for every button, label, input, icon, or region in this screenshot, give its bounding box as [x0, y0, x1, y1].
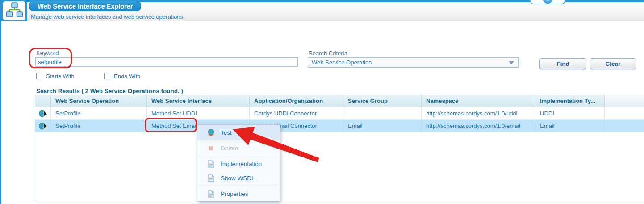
- keyword-label: Keyword: [36, 50, 59, 56]
- document-icon: [206, 189, 215, 198]
- document-icon: [206, 159, 215, 168]
- clear-button[interactable]: Clear: [590, 58, 636, 69]
- starts-with-checkbox[interactable]: [36, 73, 42, 79]
- column-header-namespace[interactable]: Namespace: [422, 95, 535, 107]
- column-header-interface[interactable]: Web Service Interface: [147, 95, 250, 107]
- document-icon: [206, 174, 215, 183]
- menu-separator: [199, 140, 278, 140]
- menu-item-delete: ✖ Delete: [197, 141, 280, 155]
- menu-item-show-wsdl[interactable]: Show WSDL: [197, 171, 280, 185]
- ends-with-label: Ends With: [114, 73, 140, 80]
- menu-item-label: Properties: [221, 191, 248, 197]
- column-header-implementation[interactable]: Implementation Ty...: [535, 95, 605, 107]
- table-header-row: Web Service Operation Web Service Interf…: [35, 95, 644, 107]
- search-criteria-value: Web Service Operation: [312, 59, 372, 66]
- icon-column-header: [35, 95, 51, 107]
- header-collapse-tab[interactable]: ▼: [530, 0, 565, 4]
- menu-item-label: Delete: [221, 145, 238, 152]
- column-header-filler: [605, 95, 644, 107]
- column-header-operation[interactable]: Web Service Operation: [51, 95, 147, 107]
- page-title: Web Service Interface Explorer: [29, 1, 141, 11]
- cell-service-group: [343, 107, 422, 120]
- cell-operation: SetProfile: [51, 107, 147, 120]
- app-icon-panel: [3, 1, 25, 20]
- table-row-selected[interactable]: SetProfile Method Set Email Cordys Email…: [35, 120, 644, 132]
- find-button[interactable]: Find: [539, 58, 586, 69]
- menu-item-label: Test: [221, 129, 232, 136]
- menu-item-label: Implementation: [221, 161, 262, 167]
- column-header-service-group[interactable]: Service Group: [343, 95, 422, 107]
- page-subtitle: Manage web service interfaces and web se…: [31, 13, 183, 20]
- menu-separator: [199, 156, 278, 156]
- starts-with-label: Starts With: [46, 73, 75, 80]
- cell-interface: Method Set UDDI: [147, 107, 250, 120]
- ends-with-checkbox[interactable]: [104, 73, 110, 79]
- cell-operation: SetProfile: [51, 120, 147, 132]
- web-service-operation-icon: [35, 120, 51, 132]
- cell-namespace: http://schemas.cordys.com/1.0/email: [422, 120, 535, 132]
- results-table: Web Service Operation Web Service Interf…: [35, 95, 644, 201]
- app-icon-block: [1, 0, 27, 21]
- search-criteria-label: Search Criteria: [309, 50, 347, 57]
- menu-separator: [199, 186, 278, 186]
- menu-item-test[interactable]: Test: [197, 125, 280, 140]
- cell-service-group: Email: [343, 120, 422, 132]
- chevron-down-icon: ▼: [543, 0, 553, 4]
- keyword-input[interactable]: [35, 57, 298, 67]
- menu-item-label: Show WSDL: [221, 175, 255, 182]
- context-menu: Test ✖ Delete Implementation: [197, 124, 280, 202]
- org-hierarchy-icon: [6, 2, 23, 20]
- cell-namespace: http://schemas.cordys.com/1.0/uddi: [422, 107, 535, 120]
- web-service-operation-icon: [35, 107, 51, 120]
- cell-implementation: Email: [535, 120, 605, 132]
- cell-implementation: UDDI: [535, 107, 605, 120]
- test-globe-icon: [206, 128, 215, 137]
- menu-item-properties[interactable]: Properties: [197, 187, 280, 201]
- chevron-down-icon: [509, 61, 514, 64]
- table-row[interactable]: SetProfile Method Set UDDI Cordys UDDI C…: [35, 107, 644, 120]
- search-results-summary: Search Results ( 2 Web Service Operation…: [36, 88, 183, 94]
- web-service-interface-explorer-window: Web Service Interface Explorer Manage we…: [0, 0, 644, 204]
- cell-application: Cordys UDDI Connector: [250, 107, 343, 120]
- menu-item-implementation[interactable]: Implementation: [197, 157, 280, 171]
- delete-x-icon: ✖: [206, 144, 215, 153]
- column-header-application[interactable]: Application/Organization: [250, 95, 343, 107]
- search-criteria-select[interactable]: Web Service Operation: [308, 57, 519, 68]
